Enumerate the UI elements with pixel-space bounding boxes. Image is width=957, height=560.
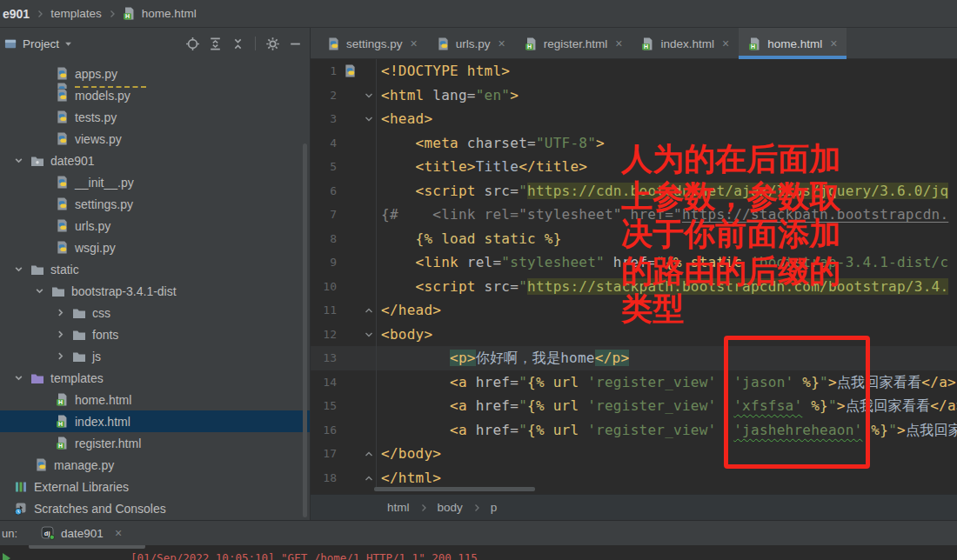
gutter[interactable]: [337, 418, 376, 443]
tab-home-html[interactable]: Hhome.html×: [739, 28, 847, 59]
tab-settings-py[interactable]: settings.py×: [318, 28, 427, 59]
fold-marker-icon[interactable]: [365, 91, 373, 100]
chevron-down-icon[interactable]: [35, 286, 45, 296]
gear-icon[interactable]: [265, 37, 280, 51]
gutter[interactable]: [337, 394, 376, 418]
tree-item-css[interactable]: css: [0, 302, 311, 323]
code-text[interactable]: <!DOCTYPE html>: [376, 59, 510, 83]
gutter[interactable]: [337, 466, 376, 490]
close-icon[interactable]: ×: [115, 526, 122, 540]
code-text[interactable]: <head>: [376, 107, 432, 131]
close-icon[interactable]: ×: [722, 37, 729, 50]
chevron-down-icon[interactable]: [14, 156, 24, 165]
code-text[interactable]: <link rel="stylesheet" href="{% static '…: [376, 250, 948, 275]
fold-marker-icon[interactable]: [365, 474, 373, 483]
locate-icon[interactable]: [185, 37, 200, 51]
editor-horizontal-scrollbar[interactable]: [374, 487, 535, 491]
line-number[interactable]: 1: [318, 64, 337, 77]
tree-item-scratches-and-consoles[interactable]: Scratches and Consoles: [0, 497, 311, 519]
editor-breadcrumb-body[interactable]: body: [438, 501, 463, 514]
close-icon[interactable]: ×: [615, 37, 622, 50]
gutter[interactable]: [337, 323, 376, 347]
chevron-right-icon[interactable]: [56, 351, 66, 361]
line-number[interactable]: 2: [318, 89, 337, 102]
gutter[interactable]: [337, 59, 376, 83]
tree-item-index-html[interactable]: Hindex.html: [0, 410, 311, 432]
breadcrumb-item-home-html[interactable]: home.html: [142, 7, 197, 20]
gutter[interactable]: [337, 203, 376, 227]
tree-item-home-html[interactable]: Hhome.html: [0, 389, 311, 410]
project-scrollbar[interactable]: [303, 143, 307, 517]
line-number[interactable]: 15: [318, 399, 337, 412]
chevron-down-icon[interactable]: [14, 373, 24, 383]
code-text[interactable]: <a href="{% url 'register_view' 'xfsfsa'…: [376, 394, 957, 418]
breadcrumb-item-templates[interactable]: templates: [50, 7, 102, 20]
breadcrumb-item-e901[interactable]: e901: [3, 7, 30, 21]
code-text[interactable]: </body>: [376, 442, 441, 466]
line-number[interactable]: 12: [318, 328, 337, 341]
line-number[interactable]: 4: [318, 137, 337, 150]
collapse-all-icon[interactable]: [231, 37, 245, 51]
code-text[interactable]: <html lang="en">: [376, 83, 519, 108]
tree-item-apps-py[interactable]: apps.py: [0, 63, 311, 84]
code-text[interactable]: <script src="https://cdn.bootcdn.net/aja…: [376, 179, 948, 203]
gutter[interactable]: [337, 298, 376, 323]
expand-all-icon[interactable]: [208, 37, 223, 51]
gutter[interactable]: [337, 155, 376, 179]
code-text[interactable]: <script src="https://stackpath.bootstrap…: [376, 275, 948, 299]
code-text[interactable]: <meta charset="UTF-8">: [376, 131, 605, 156]
gutter[interactable]: [337, 346, 376, 370]
line-number[interactable]: 6: [318, 184, 337, 197]
chevron-right-icon[interactable]: [56, 330, 66, 339]
gutter[interactable]: [337, 83, 376, 108]
tree-item-bootstrap-3-4-1-dist[interactable]: bootstrap-3.4.1-dist: [0, 280, 311, 302]
code-text[interactable]: {% load static %}: [376, 227, 562, 251]
chevron-right-icon[interactable]: [56, 308, 66, 317]
run-tab-date901[interactable]: date901: [61, 527, 104, 540]
project-panel-title[interactable]: Project: [23, 37, 59, 50]
code-text[interactable]: <body>: [376, 323, 432, 347]
editor-breadcrumb-p[interactable]: p: [491, 501, 498, 514]
tab-urls-py[interactable]: urls.py×: [427, 28, 515, 59]
dropdown-caret-icon[interactable]: [64, 40, 72, 48]
line-number[interactable]: 14: [318, 376, 337, 389]
fold-marker-icon[interactable]: [365, 115, 373, 123]
tree-item-settings-py[interactable]: settings.py: [0, 193, 311, 215]
gutter[interactable]: [337, 107, 376, 131]
tree-item-static[interactable]: static: [0, 258, 311, 280]
gutter[interactable]: [337, 370, 376, 395]
line-number[interactable]: 13: [318, 351, 337, 364]
gutter[interactable]: [337, 442, 376, 466]
tab-index-html[interactable]: Hindex.html×: [632, 28, 739, 59]
code-text[interactable]: <p>你好啊，我是home</p>: [376, 346, 629, 370]
tree-item-date901[interactable]: date901: [0, 150, 311, 171]
code-editor[interactable]: 1<!DOCTYPE html>2<html lang="en">3<head>…: [311, 59, 957, 494]
gutter[interactable]: [337, 131, 376, 156]
tree-item-js[interactable]: js: [0, 345, 311, 367]
line-number[interactable]: 10: [318, 280, 337, 293]
line-number[interactable]: 3: [318, 112, 337, 125]
code-text[interactable]: </html>: [376, 466, 441, 490]
code-text[interactable]: <a href="{% url 'register_view' 'jashehr…: [376, 418, 957, 443]
line-number[interactable]: 7: [318, 208, 337, 221]
line-number[interactable]: 11: [318, 303, 337, 317]
tab-register-html[interactable]: Hregister.html×: [515, 28, 632, 59]
code-text[interactable]: </head>: [376, 298, 441, 323]
tree-item-tests-py[interactable]: tests.py: [0, 106, 311, 128]
line-number[interactable]: 18: [318, 471, 337, 484]
gutter[interactable]: [337, 275, 376, 299]
gutter[interactable]: [337, 250, 376, 275]
code-text[interactable]: {# <link rel="stylesheet" href="https://…: [376, 203, 948, 227]
line-number[interactable]: 16: [318, 423, 337, 437]
tree-item-register-html[interactable]: Hregister.html: [0, 432, 311, 454]
tree-item-models-py[interactable]: models.py: [0, 84, 311, 106]
console-scrollbar[interactable]: [29, 545, 145, 549]
line-number[interactable]: 8: [318, 232, 337, 245]
fold-marker-icon[interactable]: [365, 306, 373, 315]
tree-item-manage-py[interactable]: manage.py: [0, 454, 311, 476]
line-number[interactable]: 5: [318, 160, 337, 173]
minimize-icon[interactable]: [288, 37, 303, 51]
gutter[interactable]: [337, 227, 376, 251]
gutter[interactable]: [337, 179, 376, 203]
tree-item-views-py[interactable]: views.py: [0, 128, 311, 150]
